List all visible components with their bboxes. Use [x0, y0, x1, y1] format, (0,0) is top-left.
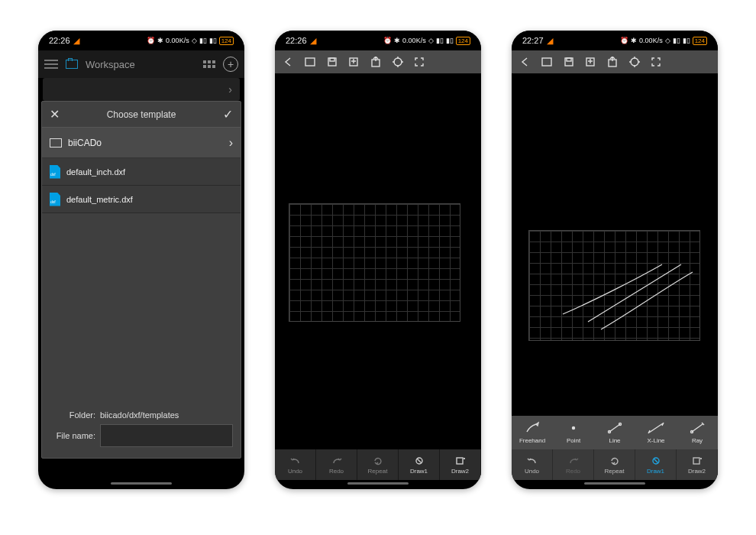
- back-icon[interactable]: [283, 57, 293, 67]
- home-indicator: [584, 482, 645, 485]
- svg-rect-19: [693, 458, 699, 464]
- data-rate: 0.00K/s: [166, 37, 189, 44]
- folder-name: biiCADo: [68, 138, 102, 148]
- cad-toolbar: [512, 50, 718, 73]
- ray-tool[interactable]: Ray: [677, 416, 718, 449]
- redo-button[interactable]: Redo: [316, 449, 357, 480]
- dxf-file-icon: [50, 193, 60, 206]
- status-bar: 22:26 ◢ ⏰ ✱ 0.00K/s ◇ ▮▯ ▮▯ 124: [38, 31, 244, 50]
- signal-icon: ▮▯: [199, 37, 207, 44]
- confirm-icon[interactable]: ✓: [223, 107, 233, 122]
- fullscreen-icon[interactable]: [414, 57, 425, 67]
- save-as-icon[interactable]: [348, 57, 359, 67]
- close-icon[interactable]: ✕: [50, 107, 60, 122]
- wifi-icon: ◇: [192, 37, 197, 44]
- signal-icon: ▮▯: [436, 37, 444, 44]
- cad-toolbar: [275, 50, 481, 73]
- menu-icon[interactable]: [44, 60, 58, 69]
- add-button[interactable]: +: [223, 57, 238, 72]
- panel-footer: Folder: biicado/dxf/templates File name:: [42, 400, 241, 458]
- screenshot-1: 22:26 ◢ ⏰ ✱ 0.00K/s ◇ ▮▯ ▮▯ 124 Workspac…: [38, 31, 244, 489]
- drawing-canvas[interactable]: [512, 73, 718, 416]
- target-icon[interactable]: [393, 57, 403, 67]
- template-file-row[interactable]: default_inch.dxf: [42, 158, 241, 186]
- freehand-tool[interactable]: Freehand: [512, 416, 553, 449]
- workspace-title: Workspace: [86, 59, 195, 70]
- point-tool[interactable]: Point: [553, 416, 594, 449]
- alarm-icon: ⏰: [620, 37, 628, 44]
- back-icon[interactable]: [519, 57, 530, 67]
- undo-button[interactable]: Undo: [275, 449, 316, 480]
- status-indicator-icon: ◢: [73, 36, 79, 46]
- signal-icon: ▮▯: [446, 37, 454, 44]
- alarm-icon: ⏰: [383, 37, 392, 44]
- status-indicator-icon: ◢: [310, 36, 316, 46]
- battery-indicator: 124: [219, 37, 234, 45]
- svg-rect-7: [457, 458, 463, 464]
- folder-icon: [50, 138, 62, 148]
- filename-label: File name:: [50, 431, 95, 440]
- bluetooth-icon: ✱: [394, 37, 400, 44]
- file-name: default_metric.dxf: [66, 195, 133, 204]
- panel-title: Choose template: [60, 109, 223, 120]
- filename-input[interactable]: [100, 424, 233, 447]
- svg-point-13: [631, 58, 638, 66]
- chevron-right-icon: ›: [229, 136, 233, 150]
- wifi-icon: ◇: [665, 37, 670, 44]
- save-icon[interactable]: [564, 57, 574, 67]
- dxf-file-icon: [50, 165, 60, 179]
- status-time: 22:27: [522, 36, 544, 45]
- status-indicator-icon: ◢: [547, 36, 553, 46]
- new-icon[interactable]: [541, 57, 553, 67]
- bluetooth-icon: ✱: [157, 37, 163, 44]
- status-right: ⏰ ✱ 0.00K/s ◇ ▮▯ ▮▯ 124: [620, 37, 707, 45]
- draw1-button[interactable]: Draw1: [635, 449, 677, 480]
- battery-indicator: 124: [693, 37, 707, 45]
- new-icon[interactable]: [304, 57, 316, 67]
- draw2-button[interactable]: Draw2: [677, 449, 718, 480]
- alarm-icon: ⏰: [147, 37, 155, 44]
- drawing-canvas[interactable]: [275, 73, 481, 452]
- svg-rect-2: [330, 58, 334, 61]
- bluetooth-icon: ✱: [631, 37, 637, 44]
- bottom-toolbar: Undo Redo Repeat Draw1 Draw2: [275, 449, 481, 480]
- svg-point-5: [394, 58, 402, 66]
- background-row: ›: [43, 78, 240, 101]
- svg-point-14: [573, 427, 575, 430]
- freehand-strokes: [528, 230, 700, 341]
- choose-template-panel: ✕ Choose template ✓ biiCADo › default_in…: [41, 101, 241, 459]
- save-as-icon[interactable]: [585, 57, 596, 67]
- folder-path: biicado/dxf/templates: [100, 410, 179, 420]
- draw-tool-bar: Freehand Point Line X-Line Ray: [512, 416, 718, 449]
- grid-view-icon[interactable]: [203, 60, 215, 68]
- undo-button[interactable]: Undo: [512, 449, 553, 480]
- signal-icon: ▮▯: [683, 37, 690, 44]
- home-indicator: [347, 482, 409, 485]
- wifi-icon: ◇: [428, 37, 434, 44]
- svg-rect-0: [305, 58, 315, 66]
- fullscreen-icon[interactable]: [651, 57, 661, 67]
- screenshot-3: 22:27 ◢ ⏰ ✱ 0.00K/s ◇ ▮▯ ▮▯ 124 Freehand: [512, 31, 718, 489]
- pdf-export-icon[interactable]: [606, 57, 619, 67]
- home-indicator: [111, 482, 172, 485]
- svg-rect-8: [542, 58, 551, 66]
- redo-button[interactable]: Redo: [553, 449, 594, 480]
- svg-rect-10: [567, 58, 571, 61]
- template-file-row[interactable]: default_metric.dxf: [42, 186, 241, 213]
- bottom-toolbar: Undo Redo Repeat Draw1 Draw2: [512, 449, 718, 480]
- file-name: default_inch.dxf: [66, 167, 125, 177]
- repeat-button[interactable]: Repeat: [594, 449, 635, 480]
- template-folder-row[interactable]: biiCADo ›: [42, 128, 241, 158]
- draw2-button[interactable]: Draw2: [440, 449, 481, 480]
- save-icon[interactable]: [327, 57, 338, 67]
- battery-indicator: 124: [456, 37, 470, 45]
- xline-tool[interactable]: X-Line: [635, 416, 677, 449]
- app-toolbar: Workspace +: [38, 50, 244, 78]
- status-time: 22:26: [286, 36, 307, 45]
- pdf-export-icon[interactable]: [370, 57, 382, 67]
- draw1-button[interactable]: Draw1: [399, 449, 440, 480]
- drawing-grid: [289, 203, 460, 322]
- line-tool[interactable]: Line: [594, 416, 635, 449]
- target-icon[interactable]: [629, 57, 640, 67]
- repeat-button[interactable]: Repeat: [357, 449, 399, 480]
